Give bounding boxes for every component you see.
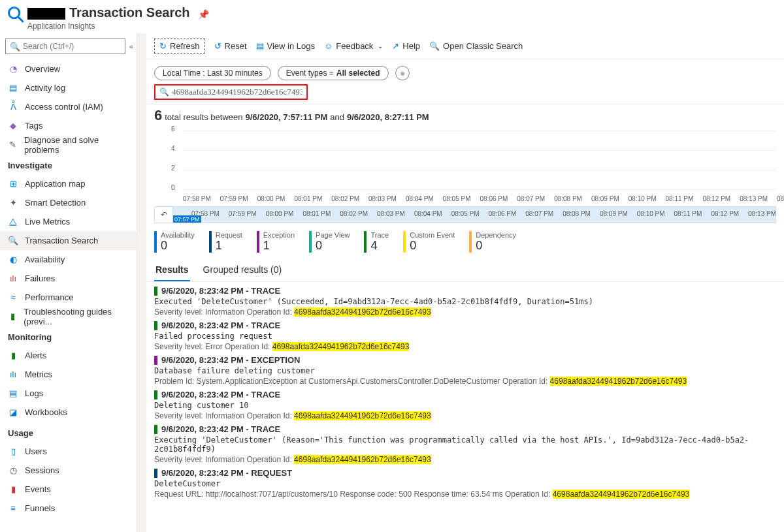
- counter-availability[interactable]: Availability0: [154, 231, 195, 253]
- result-message: Failed processing request: [154, 332, 776, 341]
- nav-label: Performance: [25, 292, 73, 302]
- view-logs-button[interactable]: ▤View in Logs: [256, 41, 315, 51]
- tab-results[interactable]: Results: [154, 260, 190, 281]
- nav-label: Users: [25, 446, 47, 456]
- result-item[interactable]: 9/6/2020, 8:23:42 PM - EXCEPTIONDatabase…: [154, 355, 776, 386]
- nav-label: Logs: [25, 388, 43, 398]
- sidebar-collapse-icon[interactable]: «: [129, 42, 133, 50]
- nav-icon: ◪: [8, 407, 18, 417]
- add-filter-button[interactable]: ⨳: [395, 66, 410, 80]
- reset-icon: ↺: [214, 41, 221, 51]
- pin-icon[interactable]: 📌: [198, 9, 209, 20]
- operation-id: 4698aafda3244941962b72d6e16c7493: [294, 455, 431, 464]
- nav-icon: ◐: [8, 255, 18, 264]
- result-message: Database failure deleting customer: [154, 366, 776, 375]
- sidebar: 🔍 « ◔Overview▤Activity logᐰAccess contro…: [0, 33, 137, 532]
- sidebar-item-funnels[interactable]: ≡Funnels: [0, 499, 137, 518]
- refresh-icon: ↻: [159, 41, 167, 51]
- result-meta: Severity level: Information Operation Id…: [154, 455, 776, 464]
- type-badge: [154, 287, 157, 296]
- sidebar-scrollbar[interactable]: [137, 33, 146, 532]
- counter-exception[interactable]: Exception1: [257, 231, 295, 253]
- results-list: 9/6/2020, 8:23:42 PM - TRACEExecuted 'De…: [146, 282, 784, 532]
- nav-label: Alerts: [25, 351, 46, 360]
- transaction-search-input[interactable]: [172, 87, 302, 97]
- nav-icon: ◷: [8, 465, 18, 475]
- help-icon: ↗: [392, 41, 399, 51]
- reset-button[interactable]: ↺Reset: [214, 41, 247, 51]
- result-message: Executed 'DeleteCustomer' (Succeeded, Id…: [154, 297, 776, 306]
- sidebar-item-smart-detection[interactable]: ✦Smart Detection: [0, 193, 137, 212]
- nav-label: Diagnose and solve problems: [24, 135, 129, 155]
- time-range-pill[interactable]: Local Time : Last 30 minutes: [154, 66, 271, 80]
- sidebar-item-alerts[interactable]: ▮Alerts: [0, 346, 137, 365]
- feedback-button[interactable]: ☺Feedback⌄: [324, 41, 383, 51]
- result-item[interactable]: 9/6/2020, 8:23:42 PM - TRACEExecuting 'D…: [154, 424, 776, 464]
- sidebar-item-diagnose-and-solve-problems[interactable]: ✎Diagnose and solve problems: [0, 135, 137, 154]
- resource-name-redacted: [27, 8, 65, 20]
- nav-icon: ◆: [8, 121, 18, 131]
- sidebar-item-logs[interactable]: ▤Logs: [0, 384, 137, 403]
- help-button[interactable]: ↗Help: [392, 41, 420, 51]
- search-icon: 🔍: [159, 87, 169, 97]
- result-item[interactable]: 9/6/2020, 8:23:42 PM - TRACEExecuted 'De…: [154, 286, 776, 317]
- operation-id: 4698aafda3244941962b72d6e16c7493: [550, 377, 687, 386]
- sidebar-item-access-control-iam-[interactable]: ᐰAccess control (IAM): [0, 97, 137, 116]
- counter-page-view[interactable]: Page View0: [309, 231, 350, 253]
- sidebar-search-input[interactable]: [23, 42, 121, 51]
- sidebar-item-users[interactable]: ▯Users: [0, 442, 137, 461]
- sidebar-item-availability[interactable]: ◐Availability: [0, 250, 137, 269]
- results-chart: 6 4 2 0 07:58 PM07:59 PM08:00 PM08:01 PM…: [146, 125, 784, 204]
- sidebar-item-workbooks[interactable]: ◪Workbooks: [0, 403, 137, 422]
- counter-request[interactable]: Request1: [209, 231, 242, 253]
- nav-label: Workbooks: [25, 407, 67, 417]
- section-usage: Usage: [0, 422, 137, 442]
- sidebar-item-tags[interactable]: ◆Tags: [0, 116, 137, 135]
- sidebar-item-transaction-search[interactable]: 🔍Transaction Search: [0, 231, 137, 250]
- result-meta: Severity level: Error Operation Id: 4698…: [154, 342, 776, 351]
- counter-custom-event[interactable]: Custom Event0: [403, 231, 455, 253]
- tab-grouped[interactable]: Grouped results (0): [202, 260, 284, 281]
- sidebar-item-performance[interactable]: ≈Performance: [0, 288, 137, 307]
- result-meta: Severity level: Information Operation Id…: [154, 411, 776, 420]
- search-logo-icon: [7, 5, 25, 23]
- svg-point-0: [9, 8, 20, 18]
- event-types-pill[interactable]: Event types = All selected: [278, 66, 389, 80]
- sidebar-item-overview[interactable]: ◔Overview: [0, 59, 137, 78]
- nav-label: Access control (IAM): [25, 102, 103, 112]
- result-tabs: Results Grouped results (0): [146, 258, 784, 282]
- sidebar-item-sessions[interactable]: ◷Sessions: [0, 461, 137, 480]
- sidebar-item-activity-log[interactable]: ▤Activity log: [0, 78, 137, 97]
- nav-icon: ▮: [8, 311, 17, 321]
- time-brush[interactable]: ↶ 07:57 PM 07:58 PM07:59 PM08:00 PM08:01…: [154, 206, 776, 223]
- logs-icon: ▤: [256, 41, 264, 51]
- result-message: DeleteCustomer: [154, 479, 776, 488]
- sidebar-item-metrics[interactable]: ılıMetrics: [0, 365, 137, 384]
- sidebar-item-events[interactable]: ▮Events: [0, 480, 137, 499]
- brush-handle[interactable]: ↶: [155, 207, 173, 223]
- counter-dependency[interactable]: Dependency0: [469, 231, 516, 253]
- sidebar-item-application-map[interactable]: ⊞Application map: [0, 174, 137, 193]
- result-meta: Problem Id: System.ApplicationException …: [154, 377, 776, 386]
- sidebar-item-failures[interactable]: ılıFailures: [0, 269, 137, 288]
- result-item[interactable]: 9/6/2020, 8:23:42 PM - TRACEFailed proce…: [154, 321, 776, 351]
- sidebar-item-troubleshooting-guides-previ-[interactable]: ▮Troubleshooting guides (previ...: [0, 307, 137, 326]
- nav-label: Smart Detection: [25, 198, 86, 208]
- transaction-search-input-wrap[interactable]: 🔍: [154, 84, 308, 100]
- sidebar-search[interactable]: 🔍: [5, 39, 125, 54]
- toolbar: ↻Refresh ↺Reset ▤View in Logs ☺Feedback⌄…: [146, 33, 784, 59]
- nav-icon: ᐰ: [8, 102, 18, 112]
- classic-search-button[interactable]: 🔍Open Classic Search: [429, 41, 523, 51]
- main-content: ↻Refresh ↺Reset ▤View in Logs ☺Feedback⌄…: [146, 33, 784, 532]
- refresh-button[interactable]: ↻Refresh: [154, 39, 205, 54]
- result-meta: Request URL: http://localhost:7071/api/c…: [154, 490, 776, 499]
- nav-icon: ▤: [8, 83, 18, 93]
- sidebar-item-live-metrics[interactable]: ⧋Live Metrics: [0, 212, 137, 231]
- filter-bar: Local Time : Last 30 minutes Event types…: [146, 59, 784, 84]
- result-message: Executing 'DeleteCustomer' (Reason='This…: [154, 435, 776, 454]
- nav-icon: 🔍: [8, 236, 18, 245]
- result-item[interactable]: 9/6/2020, 8:23:42 PM - REQUESTDeleteCust…: [154, 468, 776, 499]
- result-item[interactable]: 9/6/2020, 8:23:42 PM - TRACEDeleting cus…: [154, 390, 776, 420]
- counter-trace[interactable]: Trace4: [364, 231, 389, 253]
- result-meta: Severity level: Information Operation Id…: [154, 307, 776, 317]
